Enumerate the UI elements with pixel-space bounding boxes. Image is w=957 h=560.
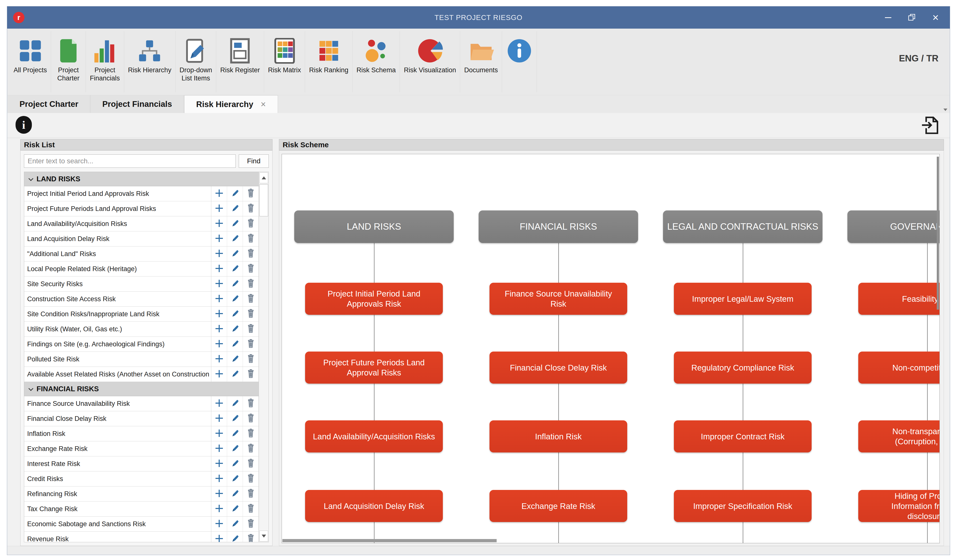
risk-row-label[interactable]: Site Condition Risks/Inappropriate Land … xyxy=(24,307,211,322)
add-risk-button[interactable] xyxy=(211,337,227,352)
risk-row-label[interactable]: Findings on Site (e.g. Archaeological Fi… xyxy=(24,337,211,352)
add-risk-button[interactable] xyxy=(211,262,227,276)
delete-risk-button[interactable] xyxy=(243,396,259,411)
ribbon-button-risk-hierarchy[interactable]: Risk Hierarchy xyxy=(124,31,176,92)
delete-risk-button[interactable] xyxy=(243,231,259,246)
diagram-risk-node[interactable]: Project Future Periods Land Approval Ris… xyxy=(305,352,443,383)
edit-risk-button[interactable] xyxy=(227,426,243,441)
diagram-risk-node[interactable]: Feasibility Ris xyxy=(858,283,940,315)
add-risk-button[interactable] xyxy=(211,456,227,471)
edit-risk-button[interactable] xyxy=(227,276,243,291)
add-risk-button[interactable] xyxy=(211,352,227,367)
edit-risk-button[interactable] xyxy=(227,322,243,336)
diagram-risk-node[interactable]: Hiding of Project& Information from So d… xyxy=(858,490,940,522)
restore-button[interactable] xyxy=(900,6,924,28)
add-risk-button[interactable] xyxy=(211,216,227,231)
delete-risk-button[interactable] xyxy=(243,276,259,291)
add-risk-button[interactable] xyxy=(211,186,227,201)
diagram-risk-node[interactable]: Inflation Risk xyxy=(490,420,627,453)
edit-risk-button[interactable] xyxy=(227,201,243,216)
diagram-risk-node[interactable]: Improper Contract Risk xyxy=(674,420,812,453)
search-input[interactable] xyxy=(24,155,236,168)
ribbon-button-drop-down-list-items[interactable]: Drop-down List Items xyxy=(175,31,216,92)
add-risk-button[interactable] xyxy=(211,322,227,336)
add-risk-button[interactable] xyxy=(211,411,227,426)
risk-row-label[interactable]: Credit Risks xyxy=(24,472,211,486)
diagram-risk-node[interactable]: Exchange Rate Risk xyxy=(490,490,627,522)
scroll-down-button[interactable] xyxy=(259,531,268,541)
add-risk-button[interactable] xyxy=(211,292,227,306)
risk-row-label[interactable]: Inflation Risk xyxy=(24,426,211,441)
diagram-risk-node[interactable]: Non-competitive Te xyxy=(858,352,940,383)
add-risk-button[interactable] xyxy=(211,502,227,516)
diagram-risk-node[interactable]: Land Acquisition Delay Risk xyxy=(305,490,443,522)
edit-risk-button[interactable] xyxy=(227,337,243,352)
group-header-financial-risks[interactable]: FINANCIAL RISKS xyxy=(24,382,259,396)
diagram-category-node-governance-r[interactable]: GOVERNANCE R xyxy=(847,210,940,243)
ribbon-button-project-financials[interactable]: Project Financials xyxy=(86,31,124,92)
edit-risk-button[interactable] xyxy=(227,246,243,261)
delete-risk-button[interactable] xyxy=(243,262,259,276)
edit-risk-button[interactable] xyxy=(227,472,243,486)
delete-risk-button[interactable] xyxy=(243,337,259,352)
group-header-land-risks[interactable]: LAND RISKS xyxy=(24,172,259,186)
find-button[interactable]: Find xyxy=(239,155,269,168)
diagram-risk-node[interactable]: Regulatory Compliance Risk xyxy=(674,352,812,383)
diagram-risk-node[interactable]: Improper Legal/Law System xyxy=(674,283,812,315)
add-risk-button[interactable] xyxy=(211,517,227,532)
language-toggle[interactable]: ENG / TR xyxy=(899,53,938,64)
diagram-risk-node[interactable]: Finance Source Unavailability Risk xyxy=(490,283,627,315)
diagram-category-node-land-risks[interactable]: LAND RISKS xyxy=(294,210,454,243)
tab-risk-hierarchy[interactable]: Risk Hierarchy× xyxy=(184,95,278,113)
close-button[interactable]: × xyxy=(924,6,948,28)
risk-row-label[interactable]: Revenue Risk xyxy=(24,532,211,542)
risk-row-label[interactable]: Available Asset Related Risks (Another A… xyxy=(24,367,211,382)
add-risk-button[interactable] xyxy=(211,486,227,501)
edit-risk-button[interactable] xyxy=(227,396,243,411)
ribbon-button-project-charter[interactable]: Project Charter xyxy=(51,31,86,92)
delete-risk-button[interactable] xyxy=(243,322,259,336)
risk-row-label[interactable]: Land Availability/Acquisition Risks xyxy=(24,216,211,231)
risk-scheme-diagram[interactable]: LAND RISKSProject Initial Period Land Ap… xyxy=(282,154,940,543)
add-risk-button[interactable] xyxy=(211,246,227,261)
ribbon-button-info[interactable] xyxy=(502,31,537,92)
risk-row-label[interactable]: Exchange Rate Risk xyxy=(24,441,211,456)
risk-row-label[interactable]: "Additional Land" Risks xyxy=(24,246,211,261)
edit-risk-button[interactable] xyxy=(227,231,243,246)
delete-risk-button[interactable] xyxy=(243,517,259,532)
ribbon-button-risk-register[interactable]: Risk Register xyxy=(216,31,264,92)
add-risk-button[interactable] xyxy=(211,441,227,456)
risk-row-label[interactable]: Polluted Site Risk xyxy=(24,352,211,367)
diagram-vertical-scrollbar[interactable] xyxy=(937,157,939,309)
ribbon-button-risk-ranking[interactable]: Risk Ranking xyxy=(305,31,352,92)
risk-row-label[interactable]: Interest Rate Risk xyxy=(24,456,211,471)
tab-project-charter[interactable]: Project Charter xyxy=(8,95,90,113)
risk-row-label[interactable]: Tax Change Risk xyxy=(24,502,211,516)
add-risk-button[interactable] xyxy=(211,532,227,542)
delete-risk-button[interactable] xyxy=(243,532,259,542)
edit-risk-button[interactable] xyxy=(227,517,243,532)
list-scrollbar[interactable] xyxy=(259,172,268,542)
edit-risk-button[interactable] xyxy=(227,292,243,306)
risk-row-label[interactable]: Local People Related Risk (Heritage) xyxy=(24,262,211,276)
delete-risk-button[interactable] xyxy=(243,186,259,201)
diagram-risk-node[interactable]: Non-transparent Te (Corruption, Bribe xyxy=(858,420,940,453)
delete-risk-button[interactable] xyxy=(243,441,259,456)
diagram-risk-node[interactable]: Financial Close Delay Risk xyxy=(490,352,627,383)
edit-risk-button[interactable] xyxy=(227,216,243,231)
delete-risk-button[interactable] xyxy=(243,246,259,261)
delete-risk-button[interactable] xyxy=(243,292,259,306)
diagram-risk-node[interactable]: Improper Specification Risk xyxy=(674,490,812,522)
diagram-risk-node[interactable]: Land Availability/Acquisition Risks xyxy=(305,420,443,453)
tab-close-icon[interactable]: × xyxy=(261,99,266,110)
edit-risk-button[interactable] xyxy=(227,441,243,456)
delete-risk-button[interactable] xyxy=(243,307,259,322)
risk-row-label[interactable]: Utility Risk (Water, Oil, Gas etc.) xyxy=(24,322,211,336)
risk-row-label[interactable]: Construction Site Access Risk xyxy=(24,292,211,306)
edit-risk-button[interactable] xyxy=(227,486,243,501)
add-risk-button[interactable] xyxy=(211,396,227,411)
ribbon-button-all-projects[interactable]: All Projects xyxy=(9,31,51,92)
edit-risk-button[interactable] xyxy=(227,502,243,516)
minimize-button[interactable] xyxy=(876,6,900,28)
diagram-risk-node[interactable]: Project Initial Period Land Approvals Ri… xyxy=(305,283,443,315)
